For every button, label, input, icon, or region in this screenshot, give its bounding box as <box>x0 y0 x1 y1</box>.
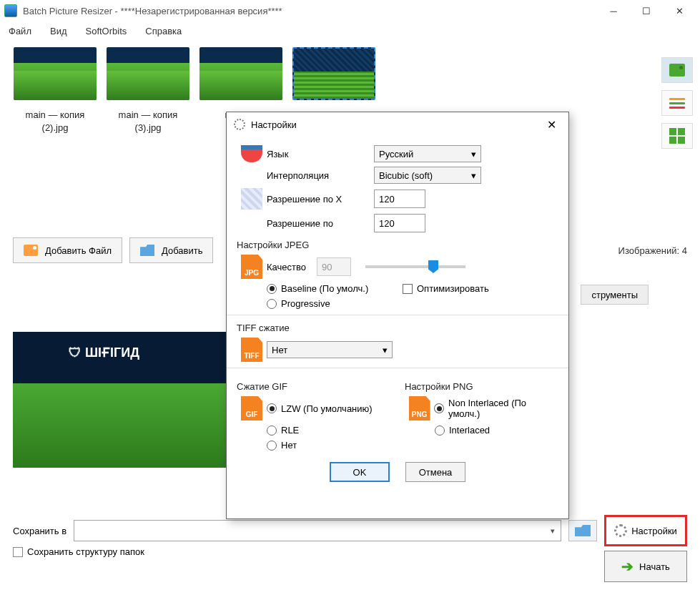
jpg-file-icon: JPG <box>241 255 262 279</box>
settings-button-label: Настройки <box>631 526 677 536</box>
thumbnail-item[interactable]: main — копия (3).jpg <box>106 47 190 197</box>
tiff-compression-combo[interactable]: Нет ▾ <box>267 341 393 358</box>
jpeg-section-title: Настройки JPEG <box>237 240 558 250</box>
radio-icon <box>435 426 445 436</box>
image-icon <box>669 64 685 77</box>
folder-icon <box>575 525 591 536</box>
chevron-down-icon: ▾ <box>551 526 555 536</box>
view-thumbnails-button[interactable] <box>661 57 693 83</box>
quality-input[interactable]: 90 <box>317 257 351 276</box>
menubar: Файл Вид SoftOrbits Справка <box>0 21 700 40</box>
jpeg-progressive-radio[interactable]: Progressive <box>267 298 330 309</box>
view-grid-button[interactable] <box>661 123 693 149</box>
dialog-ok-button[interactable]: OK <box>330 462 390 482</box>
png-file-icon: PNG <box>409 396 430 421</box>
texture-icon <box>241 188 262 210</box>
png-interlaced-radio[interactable]: Interlaced <box>435 425 490 436</box>
resolution-y-input[interactable]: 120 <box>374 214 425 232</box>
thumbnail-image <box>14 47 97 100</box>
keep-structure-label: Сохранить структуру папок <box>27 546 144 557</box>
png-interlaced-label: Interlaced <box>449 425 490 436</box>
separator <box>227 315 568 315</box>
slider-thumb[interactable] <box>428 260 438 273</box>
maximize-button[interactable]: ☐ <box>630 0 663 21</box>
folder-icon <box>140 245 154 256</box>
minimize-button[interactable]: ─ <box>597 0 630 21</box>
close-button[interactable]: ✕ <box>663 0 696 21</box>
radio-icon <box>267 441 277 451</box>
radio-icon <box>267 284 277 294</box>
gif-lzw-radio[interactable]: LZW (По умолчанию) <box>267 403 373 414</box>
png-noninterlaced-radio[interactable]: Non Interlaced (По умолч.) <box>434 398 558 419</box>
baseline-label: Baseline (По умолч.) <box>281 283 368 294</box>
thumbnail-image <box>292 47 375 100</box>
tiff-section-title: TIFF сжатие <box>237 323 558 333</box>
save-path-combo[interactable]: ▾ <box>74 520 561 541</box>
gear-icon <box>234 119 245 130</box>
add-folder-button[interactable]: Добавить <box>129 237 213 263</box>
menu-file[interactable]: Файл <box>6 24 34 38</box>
keep-structure-checkbox[interactable] <box>13 547 23 557</box>
thumbnail-image <box>199 47 282 100</box>
add-folder-label: Добавить <box>162 245 202 256</box>
save-row: Сохранить в ▾ Настройки <box>13 515 687 546</box>
view-list-button[interactable] <box>661 90 693 116</box>
resolution-x-input[interactable]: 120 <box>374 190 425 208</box>
menu-help[interactable]: Справка <box>142 24 184 38</box>
start-button-label: Начать <box>639 561 670 572</box>
jpeg-optimize-check[interactable]: Оптимизировать <box>403 283 489 294</box>
resolution-y-label: Разрешение по <box>267 218 374 229</box>
start-button[interactable]: ➔ Начать <box>604 551 687 582</box>
png-section-title: Настройки PNG <box>405 381 558 392</box>
app-icon <box>4 4 17 17</box>
thumbnail-item[interactable]: main — копия (2).jpg <box>13 47 97 197</box>
progressive-label: Progressive <box>281 298 330 309</box>
menu-view[interactable]: Вид <box>47 24 70 38</box>
gif-file-icon: GIF <box>241 396 262 421</box>
browse-folder-button[interactable] <box>568 520 597 541</box>
quality-value: 90 <box>322 262 332 272</box>
list-icon <box>669 96 685 111</box>
checkbox-icon <box>403 284 413 294</box>
optimize-label: Оптимизировать <box>417 283 489 294</box>
start-arrow-icon: ➔ <box>621 558 634 575</box>
titlebar: Batch Picture Resizer - ****Незарегистри… <box>0 0 700 21</box>
resolution-x-value: 120 <box>379 194 395 205</box>
radio-icon <box>434 403 444 413</box>
resolution-x-label: Разрешение по X <box>267 194 374 205</box>
interpolation-value: Bicubic (soft) <box>379 170 433 181</box>
gif-rle-radio[interactable]: RLE <box>267 425 299 436</box>
ok-label: OK <box>353 467 367 478</box>
add-file-label: Добавить Файл <box>45 245 112 256</box>
picture-icon <box>24 245 38 256</box>
view-mode-buttons <box>661 57 693 149</box>
language-combo[interactable]: Русский ▾ <box>374 145 481 162</box>
quality-label: Качество <box>267 262 317 272</box>
thumbnail-caption: main — копия (2).jpg <box>26 109 85 134</box>
dialog-cancel-button[interactable]: Отмена <box>405 462 465 482</box>
settings-button[interactable]: Настройки <box>604 515 687 546</box>
dialog-titlebar: Настройки ✕ <box>227 112 568 137</box>
gear-icon <box>614 524 627 537</box>
quality-slider[interactable] <box>365 265 465 268</box>
jpeg-baseline-radio[interactable]: Baseline (По умолч.) <box>267 283 403 294</box>
radio-icon <box>267 299 277 309</box>
chevron-down-icon: ▾ <box>471 149 476 159</box>
image-count-label: Изображений: 4 <box>618 245 687 256</box>
face-icon <box>241 145 262 162</box>
chevron-down-icon: ▾ <box>383 345 388 355</box>
window-title: Batch Picture Resizer - ****Незарегистри… <box>23 6 597 16</box>
keep-structure-row: Сохранить структуру папок <box>13 546 144 557</box>
grid-icon <box>669 128 685 144</box>
preview-image: 🛡 ШІҒІГИД <box>13 332 227 468</box>
dialog-close-button[interactable]: ✕ <box>541 114 561 134</box>
save-in-label: Сохранить в <box>13 526 66 536</box>
tab-instruments[interactable]: струменты <box>581 285 649 305</box>
tiff-file-icon: TIFF <box>241 338 262 362</box>
add-file-button[interactable]: Добавить Файл <box>13 237 122 263</box>
tab-instruments-label: струменты <box>591 290 638 300</box>
interpolation-combo[interactable]: Bicubic (soft) ▾ <box>374 167 481 184</box>
menu-softorbits[interactable]: SoftOrbits <box>83 24 130 38</box>
gif-none-radio[interactable]: Нет <box>267 440 297 451</box>
gif-rle-label: RLE <box>281 425 299 436</box>
